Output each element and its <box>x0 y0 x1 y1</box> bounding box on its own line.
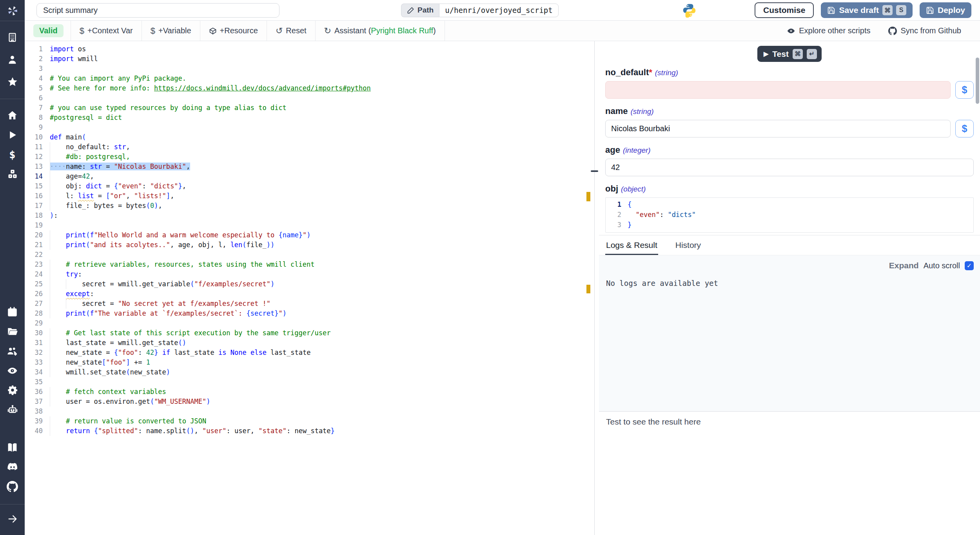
code-text[interactable]: # return value is converted to JSON <box>50 416 206 426</box>
code-text[interactable]: obj: dict = {"even": "dicts"}, <box>50 181 186 191</box>
line-number[interactable]: 22 <box>25 250 43 260</box>
sidebar-item-audit-logs[interactable] <box>0 364 25 377</box>
line-number[interactable]: 7 <box>25 103 43 113</box>
code-text[interactable]: wmill.set_state(new_state) <box>50 367 170 377</box>
code-text[interactable]: no_default: str, <box>50 142 130 152</box>
code-text[interactable]: age=42, <box>50 172 94 181</box>
line-number[interactable]: 29 <box>25 318 43 328</box>
code-text[interactable]: print(f"The variable at `f/examples/secr… <box>50 309 287 318</box>
code-text[interactable]: # See here for more info: https://docs.w… <box>50 83 371 93</box>
sidebar-item-runs[interactable] <box>0 128 25 141</box>
add-variable-button[interactable]: $ +Variable <box>142 21 200 41</box>
code-text[interactable]: def main( <box>50 132 86 142</box>
line-number[interactable]: 11 <box>25 142 43 152</box>
line-number[interactable]: 23 <box>25 260 43 269</box>
sidebar-item-ai[interactable] <box>0 403 25 416</box>
sidebar-item-github[interactable] <box>0 480 25 493</box>
deploy-button[interactable]: Deploy <box>920 2 971 18</box>
sidebar-item-workspace[interactable] <box>0 31 25 44</box>
tab-history[interactable]: History <box>675 235 702 255</box>
line-number[interactable]: 28 <box>25 309 43 318</box>
line-number[interactable]: 30 <box>25 328 43 338</box>
sidebar-collapse-button[interactable] <box>0 512 25 526</box>
code-text[interactable]: print(f"Hello World and a warm welcome e… <box>50 230 310 240</box>
tab-logs-result[interactable]: Logs & Result <box>605 235 658 255</box>
code-text[interactable]: new_state = {"foo": 42} if last_state is… <box>50 348 310 358</box>
line-number[interactable]: 27 <box>25 299 43 309</box>
code-text[interactable]: new_state["foo"] += 1 <box>50 358 150 367</box>
code-text[interactable]: # fetch context variables <box>50 387 166 397</box>
line-number[interactable]: 3 <box>25 64 43 74</box>
line-number[interactable]: 15 <box>25 181 43 191</box>
age-input[interactable] <box>605 159 974 176</box>
code-text[interactable]: # You can import any PyPi package. <box>50 74 186 83</box>
line-number[interactable]: 32 <box>25 348 43 358</box>
line-number[interactable]: 17 <box>25 201 43 211</box>
code-text[interactable]: ): <box>50 211 58 221</box>
sidebar-item-user[interactable] <box>0 53 25 66</box>
sidebar-item-home[interactable] <box>0 108 25 122</box>
code-text[interactable]: #postgresql = dict <box>50 113 122 123</box>
path-editor[interactable]: Path u/henri/overjoyed_script <box>401 4 559 17</box>
script-summary-input[interactable] <box>36 3 279 18</box>
sidebar-item-docs[interactable] <box>0 441 25 454</box>
windmill-logo[interactable] <box>0 0 25 21</box>
line-number[interactable]: 1 <box>25 44 43 54</box>
line-number[interactable]: 33 <box>25 358 43 367</box>
code-text[interactable]: import wmill <box>50 54 98 64</box>
code-text[interactable]: last_state = wmill.get_state() <box>50 338 186 348</box>
test-button[interactable]: ▶ Test ⌘ ↵ <box>757 46 822 62</box>
insert-variable-button[interactable]: $ <box>955 81 974 99</box>
path-value[interactable]: u/henri/overjoyed_script <box>439 4 559 17</box>
line-number[interactable]: 39 <box>25 416 43 426</box>
line-number[interactable]: 31 <box>25 338 43 348</box>
expand-button[interactable]: Expand <box>889 261 919 270</box>
insert-variable-button[interactable]: $ <box>955 120 974 137</box>
no-default-input[interactable] <box>605 81 951 99</box>
line-number[interactable]: 6 <box>25 93 43 103</box>
line-number[interactable]: 16 <box>25 191 43 201</box>
line-number[interactable]: 2 <box>25 54 43 64</box>
sidebar-item-schedules[interactable] <box>0 305 25 318</box>
line-number[interactable]: 5 <box>25 83 43 93</box>
line-number[interactable]: 9 <box>25 123 43 132</box>
sync-from-github-button[interactable]: Sync from Github <box>888 26 961 35</box>
pane-splitter[interactable] <box>590 41 599 535</box>
add-context-var-button[interactable]: $ +Context Var <box>71 21 142 41</box>
panel-scrollbar[interactable] <box>976 58 979 104</box>
assistant-button[interactable]: ↻ Assistant (Pyright Black Ruff) <box>316 21 445 41</box>
code-text[interactable]: #db: postgresql, <box>50 152 130 162</box>
customise-button[interactable]: Customise <box>755 2 814 18</box>
line-number[interactable]: 40 <box>25 426 43 436</box>
sidebar-item-groups[interactable] <box>0 344 25 358</box>
code-text[interactable]: # Get last state of this script executio… <box>50 328 330 338</box>
explore-other-scripts-button[interactable]: Explore other scripts <box>787 26 870 35</box>
code-text[interactable]: # you can use typed resources by doing a… <box>50 103 287 113</box>
obj-json-editor[interactable]: 1{ 2 "even": "dicts" 3} <box>605 197 974 233</box>
code-text[interactable]: secret = "No secret yet at f/examples/se… <box>50 299 270 309</box>
sidebar-item-discord[interactable] <box>0 460 25 474</box>
code-text[interactable]: user = os.environ.get("WM_USERNAME") <box>50 397 210 407</box>
save-draft-button[interactable]: Save draft ⌘ S <box>821 2 913 18</box>
code-text[interactable]: return {"splitted": name.split(), "user"… <box>50 426 335 436</box>
sidebar-item-settings[interactable] <box>0 383 25 397</box>
code-text[interactable]: secret = wmill.get_variable("f/examples/… <box>50 279 274 289</box>
line-number[interactable]: 12 <box>25 152 43 162</box>
sidebar-item-variables[interactable]: $ <box>0 148 25 161</box>
code-text[interactable]: ····name: str = "Nicolas Bourbaki", <box>50 162 190 172</box>
add-resource-button[interactable]: +Resource <box>200 21 267 41</box>
sidebar-item-favorites[interactable] <box>0 75 25 89</box>
code-text[interactable]: except: <box>50 289 94 299</box>
line-number[interactable]: 25 <box>25 279 43 289</box>
name-input[interactable] <box>605 120 951 137</box>
code-text[interactable]: print("and its acolytes..", age, obj, l,… <box>50 240 274 250</box>
line-number[interactable]: 21 <box>25 240 43 250</box>
code-text[interactable]: file_: bytes = bytes(0), <box>50 201 162 211</box>
line-number[interactable]: 10 <box>25 132 43 142</box>
code-text[interactable]: l: list = ["or", "lists!"], <box>50 191 174 201</box>
code-text[interactable]: # retrieve variables, resources, states … <box>50 260 315 269</box>
sidebar-item-folders[interactable] <box>0 325 25 338</box>
sidebar-item-resources[interactable] <box>0 167 25 181</box>
line-number[interactable]: 8 <box>25 113 43 123</box>
line-number[interactable]: 18 <box>25 211 43 221</box>
